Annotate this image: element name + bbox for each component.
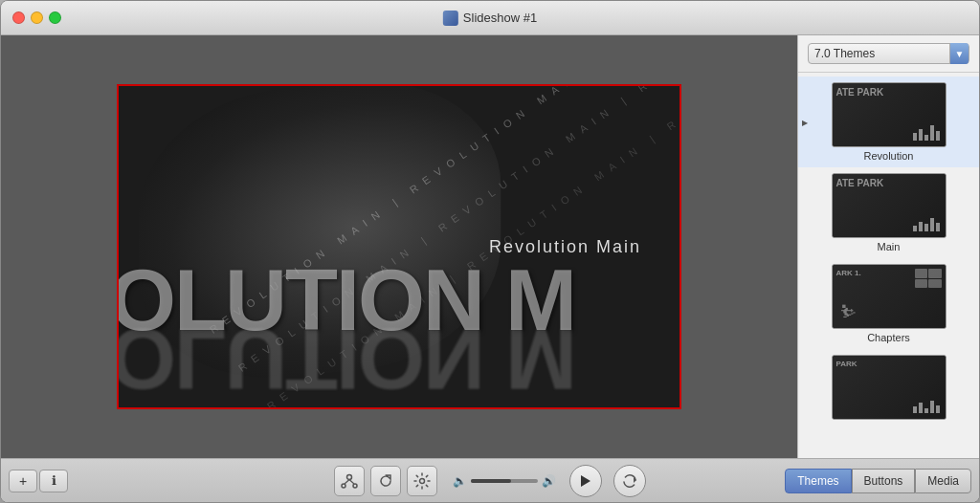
- info-icon: ℹ: [52, 473, 56, 488]
- close-button[interactable]: [12, 11, 25, 24]
- svg-point-5: [420, 478, 425, 483]
- theme-label-main: Main: [878, 241, 901, 252]
- svg-marker-6: [581, 475, 590, 487]
- dropdown-arrow-icon: ▼: [949, 43, 969, 64]
- theme-thumbnail-main: ATE PARK: [832, 173, 947, 238]
- window-title: Slideshow #1: [443, 11, 537, 26]
- svg-point-0: [347, 474, 352, 479]
- network-button[interactable]: [334, 466, 365, 496]
- loop-icon: [621, 472, 638, 490]
- toolbar-right: Themes Buttons Media: [785, 469, 971, 493]
- settings-icon: [413, 472, 431, 490]
- volume-slider[interactable]: [471, 479, 538, 483]
- thumb-chapters-grid: [915, 269, 942, 288]
- settings-button[interactable]: [407, 466, 437, 496]
- play-button[interactable]: [569, 465, 602, 497]
- svg-point-2: [353, 484, 357, 488]
- main-window: Slideshow #1 REVOLUTION MAIN | REVOLUTIO…: [0, 0, 980, 503]
- toolbar-left: + ℹ: [9, 470, 68, 492]
- thumb-main-bars: [913, 218, 940, 231]
- tab-group: Themes Buttons Media: [785, 469, 971, 493]
- app-icon: [443, 11, 458, 26]
- theme-thumbnail-revolution: ATE PARK: [832, 82, 947, 147]
- tab-themes-label: Themes: [797, 474, 838, 488]
- toolbar-inner: + ℹ: [9, 469, 971, 493]
- theme-thumbnail-chapters: ARK 1. ⛷: [832, 264, 947, 329]
- preview-background: REVOLUTION MAIN | REVOLUTION MAIN | REVO…: [119, 86, 679, 407]
- minimize-button[interactable]: [31, 11, 43, 24]
- preview-canvas: REVOLUTION MAIN | REVOLUTION MAIN | REVO…: [117, 84, 681, 409]
- thumb-figure: ⛷: [840, 302, 858, 322]
- volume-high-icon: 🔊: [542, 474, 556, 488]
- themes-dropdown-label: 7.0 Themes: [814, 47, 875, 60]
- thumb-skate-text: ATE PARK: [836, 87, 884, 98]
- theme-label-revolution: Revolution: [864, 150, 914, 162]
- add-icon: +: [19, 473, 27, 489]
- svg-line-4: [349, 479, 354, 484]
- right-panel: 7.0 Themes ▼ ATE PARK: [797, 35, 979, 458]
- theme-thumbnail-extra: PARK: [832, 355, 947, 420]
- volume-control: 🔈 🔊: [453, 474, 556, 488]
- theme-item-revolution[interactable]: ATE PARK Revolution: [798, 77, 979, 167]
- refresh-icon: [377, 472, 394, 490]
- thumb-chapters-text: ARK 1.: [836, 269, 861, 278]
- themes-dropdown[interactable]: 7.0 Themes ▼: [808, 43, 969, 64]
- bottom-toolbar: + ℹ: [1, 458, 979, 502]
- title-text: Slideshow #1: [463, 11, 537, 25]
- thumb-extra-bars: [913, 401, 940, 413]
- theme-item-chapters[interactable]: ARK 1. ⛷ Chapters: [798, 258, 979, 349]
- thumb-extra-text: PARK: [836, 360, 858, 369]
- play-icon: [580, 474, 591, 488]
- content-area: REVOLUTION MAIN | REVOLUTION MAIN | REVO…: [1, 35, 979, 458]
- add-button[interactable]: +: [9, 470, 37, 492]
- tab-buttons-label: Buttons: [864, 474, 903, 488]
- network-icon: [341, 472, 358, 490]
- titlebar: Slideshow #1: [1, 1, 979, 35]
- svg-line-3: [345, 479, 349, 484]
- volume-low-icon: 🔈: [453, 474, 467, 488]
- big-text-reflection: OLUTION M: [119, 309, 575, 407]
- loop-button[interactable]: [613, 465, 646, 497]
- tab-media[interactable]: Media: [915, 469, 971, 493]
- themes-header: 7.0 Themes ▼: [798, 35, 979, 73]
- theme-label-chapters: Chapters: [867, 332, 910, 343]
- themes-list[interactable]: ATE PARK Revolution: [798, 73, 979, 458]
- theme-item-main[interactable]: ATE PARK Main: [798, 167, 979, 258]
- maximize-button[interactable]: [49, 11, 61, 24]
- traffic-lights: [12, 11, 61, 24]
- toolbar-center: 🔈 🔊: [334, 465, 646, 497]
- thumb-main-skate-text: ATE PARK: [836, 178, 884, 189]
- tab-buttons[interactable]: Buttons: [852, 469, 916, 493]
- svg-point-1: [342, 484, 345, 488]
- tab-themes[interactable]: Themes: [785, 469, 851, 493]
- refresh-button[interactable]: [370, 466, 401, 496]
- slide-title: Revolution Main: [489, 237, 641, 257]
- theme-item-extra[interactable]: PARK: [798, 349, 979, 426]
- thumb-bars: [913, 125, 940, 141]
- info-button[interactable]: ℹ: [39, 470, 68, 492]
- preview-panel: REVOLUTION MAIN | REVOLUTION MAIN | REVO…: [1, 35, 797, 458]
- tab-media-label: Media: [927, 474, 959, 488]
